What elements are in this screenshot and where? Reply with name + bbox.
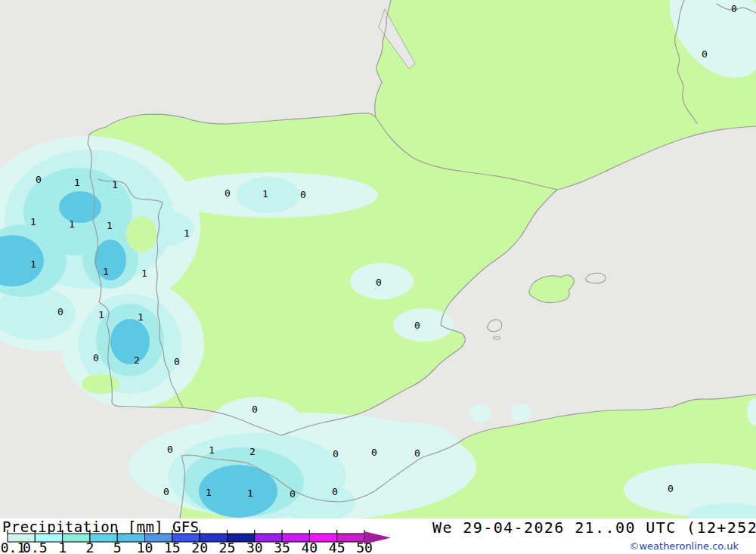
map-value-label: 0 bbox=[376, 277, 382, 288]
map-value-label: 2 bbox=[249, 446, 256, 457]
scale-label: 1 bbox=[58, 540, 67, 554]
scale-label: 30 bbox=[246, 540, 263, 554]
map-value-label: 0 bbox=[300, 189, 306, 200]
map-value-label: 1 bbox=[209, 444, 215, 456]
precipitation-map: 011010111111100011020000012000011000 Pre… bbox=[0, 0, 756, 554]
map-value-label: 0 bbox=[167, 444, 173, 455]
map-value-label: 1 bbox=[98, 309, 104, 320]
map-value-label: 1 bbox=[141, 268, 147, 279]
map-area: 011010111111100011020000012000011000 bbox=[0, 0, 756, 528]
map-value-label: 0 bbox=[57, 306, 64, 317]
scale-label: 50 bbox=[356, 540, 373, 554]
map-value-label: 0 bbox=[371, 447, 377, 458]
scale-label: 35 bbox=[274, 540, 290, 554]
map-value-label: 0 bbox=[174, 356, 180, 367]
map-value-label: 1 bbox=[69, 218, 75, 230]
map-value-label: 0 bbox=[252, 404, 258, 415]
scale-label: 10 bbox=[137, 540, 153, 554]
map-value-label: 0 bbox=[668, 483, 674, 494]
scale-label: 25 bbox=[219, 540, 236, 554]
map-value-label: 1 bbox=[206, 487, 212, 498]
legend-datetime: We 29-04-2026 21..00 UTC (12+252 bbox=[432, 518, 756, 537]
map-value-label: 0 bbox=[36, 174, 42, 185]
scale-label: 0.5 bbox=[23, 540, 48, 554]
map-value-label: 0 bbox=[93, 352, 99, 364]
copyright-link[interactable]: ©weatheronline.co.uk bbox=[629, 540, 739, 552]
map-value-label: 0 bbox=[333, 448, 339, 460]
legend: Precipitation [mm] GFS We 29-04-2026 21.… bbox=[1, 518, 756, 554]
map-value-label: 0 bbox=[414, 447, 420, 459]
map-value-label: 1 bbox=[30, 216, 36, 227]
map-value-label: 1 bbox=[112, 179, 118, 190]
scale-label: 45 bbox=[329, 540, 345, 554]
map-value-label: 2 bbox=[134, 354, 140, 366]
legend-title: Precipitation [mm] GFS bbox=[2, 518, 199, 535]
scale-label: 2 bbox=[86, 540, 94, 554]
map-value-label: 1 bbox=[184, 227, 190, 239]
map-value-label: 0 bbox=[731, 3, 737, 14]
map-value-label: 0 bbox=[225, 187, 231, 199]
map-value-label: 1 bbox=[247, 487, 253, 499]
map-value-label: 1 bbox=[107, 220, 113, 231]
map-value-label: 0 bbox=[702, 48, 708, 60]
map-value-label: 0 bbox=[290, 488, 296, 500]
map-value-label: 0 bbox=[332, 486, 338, 497]
weather-map-page: 011010111111100011020000012000011000 Pre… bbox=[0, 0, 756, 554]
map-value-label: 1 bbox=[262, 188, 268, 200]
map-value-label: 0 bbox=[414, 320, 420, 331]
map-value-label: 1 bbox=[74, 177, 80, 188]
map-value-label: 1 bbox=[138, 311, 144, 323]
scale-label: 15 bbox=[164, 540, 181, 554]
island-formentera bbox=[493, 337, 500, 340]
scale-label: 0.1 bbox=[1, 540, 26, 554]
map-value-label: 1 bbox=[103, 266, 109, 277]
scale-label: 20 bbox=[191, 540, 208, 554]
scale-label: 5 bbox=[113, 540, 122, 554]
scale-label: 40 bbox=[302, 540, 318, 554]
map-value-label: 0 bbox=[163, 486, 169, 497]
map-value-label: 1 bbox=[30, 258, 36, 270]
